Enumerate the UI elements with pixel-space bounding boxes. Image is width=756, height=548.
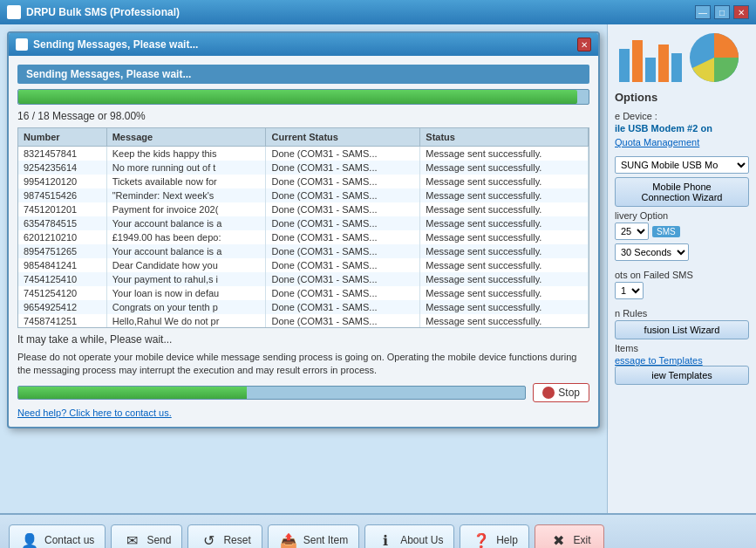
device-label: e Device : xyxy=(615,111,749,121)
col-message: Message xyxy=(106,128,266,147)
sent-label: Sent Item xyxy=(303,534,348,546)
maximize-button[interactable]: □ xyxy=(714,5,730,19)
stop-label: Stop xyxy=(558,387,580,399)
sent-icon: 📤 xyxy=(279,531,298,548)
progress-label: Sending Messages, Please wait... xyxy=(17,65,589,84)
messages-table: Number Message Current Status Status 832… xyxy=(18,128,589,328)
title-bar: DRPU Bulk SMS (Professional) — □ ✕ xyxy=(0,0,756,24)
col-current-status: Current Status xyxy=(266,128,420,147)
delivery-count-select[interactable]: 25 xyxy=(615,223,649,240)
close-button[interactable]: ✕ xyxy=(733,5,749,19)
contact-us-button[interactable]: 👤 Contact us xyxy=(9,524,106,548)
bottom-progress-bar-inner xyxy=(18,387,247,399)
device-value: ile USB Modem #2 on xyxy=(615,123,749,134)
retry-label: ots on Failed SMS xyxy=(615,270,749,280)
reset-icon: ↺ xyxy=(199,531,218,548)
help-icon: ❓ xyxy=(472,531,491,548)
reset-label: Reset xyxy=(223,534,250,546)
contact-label: Contact us xyxy=(44,534,94,546)
bottom-progress-row: Stop xyxy=(17,383,589,402)
delivery-time-row: 30 Seconds xyxy=(615,243,749,261)
sending-modal: Sending Messages, Please wait... ✕ Sendi… xyxy=(7,31,600,428)
stop-button[interactable]: Stop xyxy=(533,383,589,402)
modal-title: Sending Messages, Please wait... xyxy=(33,38,198,51)
table-row: 8321457841Keep the kids happy thisDone (… xyxy=(18,147,589,161)
svg-rect-3 xyxy=(658,45,669,82)
modal-body: Sending Messages, Please wait... 16 / 18… xyxy=(9,56,598,427)
exit-button[interactable]: ✖ Exit xyxy=(535,524,604,548)
help-label: Help xyxy=(496,534,518,546)
modal-icon xyxy=(16,38,28,51)
table-row: 7451201201Payment for invoice 202(Done (… xyxy=(18,202,589,216)
retry-select[interactable]: 1 xyxy=(615,282,644,299)
stop-icon xyxy=(542,387,555,399)
modal-close-button[interactable]: ✕ xyxy=(577,38,591,51)
sent-item-button[interactable]: 📤 Sent Item xyxy=(268,524,359,548)
delivery-time-select[interactable]: 30 Seconds xyxy=(615,243,689,261)
reset-button[interactable]: ↺ Reset xyxy=(187,524,262,548)
table-row: 6201210210£1949.00 has been depo:Done (C… xyxy=(18,230,589,244)
send-button[interactable]: ✉ Send xyxy=(111,524,182,548)
table-row: 9654925412Congrats on your tenth pDone (… xyxy=(18,300,589,314)
minimize-button[interactable]: — xyxy=(695,5,711,19)
modal-title-bar: Sending Messages, Please wait... ✕ xyxy=(9,33,598,56)
about-icon: ℹ xyxy=(376,531,395,548)
fusion-list-wizard-button[interactable]: fusion List Wizard xyxy=(615,320,749,339)
col-status: Status xyxy=(420,128,589,147)
right-panel-title: Options xyxy=(615,91,749,104)
svg-rect-0 xyxy=(619,49,630,82)
bottom-toolbar: 👤 Contact us ✉ Send ↺ Reset 📤 Sent Item … xyxy=(0,513,756,548)
pie-chart xyxy=(688,31,740,84)
contact-icon: 👤 xyxy=(20,531,39,548)
table-row: 6354784515Your account balance is aDone … xyxy=(18,216,589,230)
main-content: Sending Messages, Please wait... ✕ Sendi… xyxy=(0,24,756,513)
svg-rect-2 xyxy=(645,58,656,82)
exit-icon: ✖ xyxy=(548,531,568,548)
messages-table-container[interactable]: Number Message Current Status Status 832… xyxy=(17,127,589,328)
view-templates-label: iew Templates xyxy=(651,370,712,380)
about-us-button[interactable]: ℹ About Us xyxy=(364,524,454,548)
progress-bar-outer xyxy=(17,89,589,105)
retry-section: ots on Failed SMS 1 xyxy=(615,270,749,299)
items-label: Items xyxy=(615,343,749,353)
wait-message: It may take a while, Please wait... xyxy=(17,333,589,346)
bottom-progress-bar-outer xyxy=(17,386,526,400)
help-button[interactable]: ❓ Help xyxy=(460,524,529,548)
right-panel: Options e Device : ile USB Modem #2 on Q… xyxy=(607,24,756,513)
view-templates-button[interactable]: iew Templates xyxy=(615,366,749,385)
connection-wizard-button[interactable]: Mobile PhoneConnection Wizard xyxy=(615,177,749,207)
help-link[interactable]: Need help? Click here to contact us. xyxy=(17,408,589,418)
table-row: 7454125410Your payment to rahul,s iDone … xyxy=(18,272,589,286)
progress-bar-inner xyxy=(18,90,577,104)
about-label: About Us xyxy=(400,534,443,546)
sms-badge: SMS xyxy=(652,226,680,237)
charts-area xyxy=(615,31,749,84)
progress-count: 16 / 18 Message or 98.00% xyxy=(17,110,589,122)
app-title: DRPU Bulk SMS (Professional) xyxy=(26,6,180,18)
table-row: 7451254120Your loan is now in defauDone … xyxy=(18,286,589,300)
col-number: Number xyxy=(18,128,106,147)
table-body: 8321457841Keep the kids happy thisDone (… xyxy=(18,147,589,329)
table-row: 9854841241Dear Candidate how youDone (CO… xyxy=(18,258,589,272)
quota-link[interactable]: Quota Management xyxy=(615,137,749,147)
send-icon: ✉ xyxy=(122,531,141,548)
svg-rect-4 xyxy=(671,53,682,82)
delivery-section: livery Option 25 SMS 30 Seconds xyxy=(615,210,749,261)
rules-label: n Rules xyxy=(615,308,749,319)
wizard-btn-label: Mobile PhoneConnection Wizard xyxy=(642,182,723,202)
dialog-area: Sending Messages, Please wait... ✕ Sendi… xyxy=(0,24,607,513)
app-icon xyxy=(7,5,21,19)
send-label: Send xyxy=(146,534,171,546)
modem-select[interactable]: SUNG Mobile USB Mo xyxy=(615,156,749,174)
table-row: 8954751265Your account balance is aDone … xyxy=(18,244,589,258)
table-row: 9954120120Tickets available now forDone … xyxy=(18,175,589,188)
exit-label: Exit xyxy=(573,534,590,546)
device-section: e Device : ile USB Modem #2 on Quota Man… xyxy=(615,111,749,147)
fusion-btn-label: fusion List Wizard xyxy=(644,325,720,335)
table-header: Number Message Current Status Status xyxy=(18,128,589,147)
table-row: 9874515426"Reminder: Next week'sDone (CO… xyxy=(18,188,589,202)
template-link[interactable]: essage to Templates xyxy=(615,355,749,366)
delivery-row: 25 SMS xyxy=(615,223,749,240)
svg-rect-1 xyxy=(632,40,643,82)
caution-message: Please do not operate your mobile device… xyxy=(17,351,589,378)
